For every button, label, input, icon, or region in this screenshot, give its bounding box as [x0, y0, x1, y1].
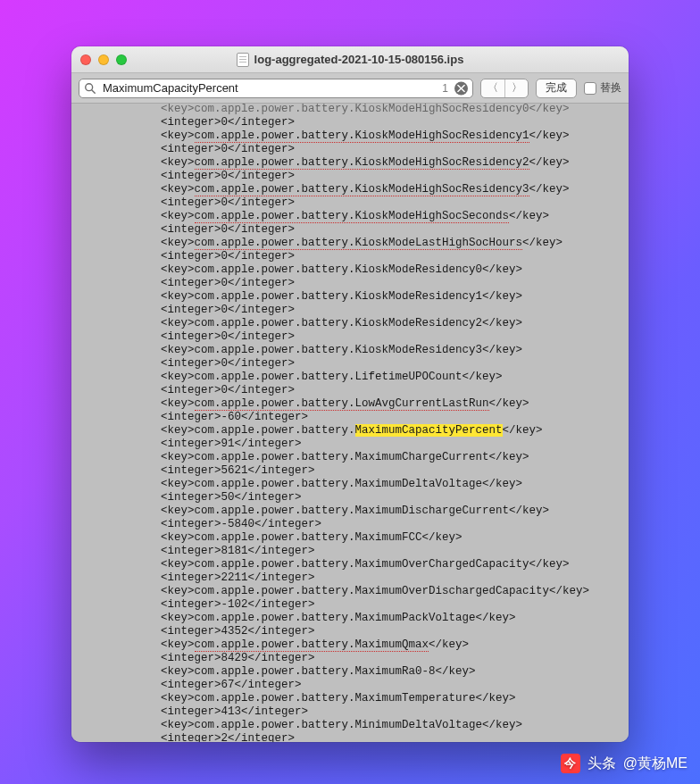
doc-line: <integer>67</integer>: [71, 679, 629, 692]
doc-line: <key>com.apple.power.battery.KioskModeHi…: [71, 183, 629, 196]
chevron-left-icon: 〈: [488, 80, 498, 96]
doc-line: <integer>8429</integer>: [71, 652, 629, 665]
doc-line: <key>com.apple.power.battery.KioskModeHi…: [71, 129, 629, 143]
doc-line: <key>com.apple.power.battery.KioskModeRe…: [71, 263, 629, 277]
doc-line: <integer>0</integer>: [71, 384, 629, 397]
doc-line: <key>com.apple.power.battery.MinimumDelt…: [71, 719, 629, 732]
prev-next-segment: 〈 〉: [480, 79, 529, 98]
doc-line: <integer>413</integer>: [71, 705, 629, 719]
doc-line: <integer>0</integer>: [71, 143, 629, 156]
text-editor-window: log-aggregated-2021-10-15-080156.ips 1 〈: [71, 46, 629, 742]
find-next-button[interactable]: 〉: [504, 79, 528, 97]
replace-label: 替换: [600, 80, 621, 96]
doc-line: <key>com.apple.power.battery.KioskModeRe…: [71, 317, 629, 330]
doc-line: <integer>5621</integer>: [71, 464, 629, 478]
document-icon: [237, 53, 249, 67]
doc-line: <integer>-102</integer>: [71, 598, 629, 612]
maximize-button[interactable]: [116, 54, 127, 65]
search-icon: [84, 82, 96, 95]
attribution-footer: 今 头条 @黄杨ME: [561, 754, 688, 773]
doc-line: <integer>0</integer>: [71, 330, 629, 344]
doc-line: <integer>91</integer>: [71, 438, 629, 451]
author-handle: @黄杨ME: [623, 755, 688, 773]
logo-glyph: 今: [564, 755, 576, 771]
document-text[interactable]: <key>com.apple.power.battery.KioskModeHi…: [71, 104, 629, 742]
doc-line: <integer>50</integer>: [71, 491, 629, 505]
doc-line: <integer>0</integer>: [71, 223, 629, 237]
doc-line: <integer>-5840</integer>: [71, 518, 629, 531]
doc-line: <key>com.apple.power.battery.KioskModeLa…: [71, 237, 629, 250]
doc-line: <integer>0</integer>: [71, 304, 629, 317]
replace-checkbox[interactable]: [584, 82, 596, 95]
doc-line: <key>com.apple.power.battery.MaximumOver…: [71, 585, 629, 598]
chevron-right-icon: 〉: [512, 80, 522, 96]
doc-line: <key>com.apple.power.battery.KioskModeHi…: [71, 210, 629, 223]
doc-line: <key>com.apple.power.battery.MaximumTemp…: [71, 692, 629, 705]
doc-line: <integer>0</integer>: [71, 196, 629, 210]
window-title: log-aggregated-2021-10-15-080156.ips: [254, 53, 464, 66]
doc-line: <key>com.apple.power.battery.KioskModeHi…: [71, 156, 629, 170]
doc-line: <integer>0</integer>: [71, 170, 629, 183]
doc-line: <integer>8181</integer>: [71, 545, 629, 558]
document-view[interactable]: <key>com.apple.power.battery.KioskModeHi…: [71, 104, 629, 742]
doc-line: <integer>4352</integer>: [71, 625, 629, 638]
doc-line: <key>com.apple.power.battery.KioskModeRe…: [71, 344, 629, 357]
doc-line: <key>com.apple.power.battery.MaximumPack…: [71, 612, 629, 625]
doc-line: <integer>0</integer>: [71, 116, 629, 129]
search-result-count: 1: [442, 82, 448, 95]
close-button[interactable]: [80, 54, 91, 65]
traffic-lights: [80, 54, 127, 65]
doc-line: <key>com.apple.power.battery.MaximumRa0-…: [71, 665, 629, 679]
doc-line: <integer>-60</integer>: [71, 411, 629, 424]
doc-line: <key>com.apple.power.battery.MaximumQmax…: [71, 638, 629, 652]
done-button[interactable]: 完成: [536, 79, 577, 98]
doc-line: <key>com.apple.power.battery.MaximumChar…: [71, 451, 629, 464]
doc-line: <key>com.apple.power.battery.MaximumDisc…: [71, 505, 629, 518]
source-logo: 今: [561, 754, 580, 773]
doc-line: <integer>0</integer>: [71, 277, 629, 290]
window-titlebar: log-aggregated-2021-10-15-080156.ips: [71, 46, 629, 73]
source-label: 头条: [588, 755, 616, 773]
close-icon: [457, 84, 465, 92]
search-field-wrap: 1: [79, 79, 473, 98]
done-label: 完成: [546, 80, 567, 96]
search-input[interactable]: [79, 79, 473, 98]
doc-line: <integer>2</integer>: [71, 732, 629, 742]
doc-line: <key>com.apple.power.battery.LifetimeUPO…: [71, 371, 629, 384]
doc-line: <key>com.apple.power.battery.KioskModeHi…: [71, 104, 629, 116]
doc-line: <key>com.apple.power.battery.MaximumOver…: [71, 558, 629, 571]
minimize-button[interactable]: [98, 54, 109, 65]
doc-line: <key>com.apple.power.battery.MaximumCapa…: [71, 424, 629, 438]
find-prev-button[interactable]: 〈: [481, 79, 504, 97]
replace-toggle: 替换: [584, 80, 621, 96]
doc-line: <key>com.apple.power.battery.LowAvgCurre…: [71, 397, 629, 411]
doc-line: <key>com.apple.power.battery.MaximumFCC<…: [71, 531, 629, 545]
doc-line: <integer>0</integer>: [71, 357, 629, 371]
doc-line: <key>com.apple.power.battery.MaximumDelt…: [71, 478, 629, 491]
doc-line: <integer>2211</integer>: [71, 571, 629, 585]
clear-search-button[interactable]: [454, 81, 468, 95]
doc-line: <integer>0</integer>: [71, 250, 629, 263]
doc-line: <key>com.apple.power.battery.KioskModeRe…: [71, 290, 629, 304]
svg-line-1: [92, 89, 95, 92]
find-bar: 1 〈 〉 完成 替换: [71, 73, 629, 104]
